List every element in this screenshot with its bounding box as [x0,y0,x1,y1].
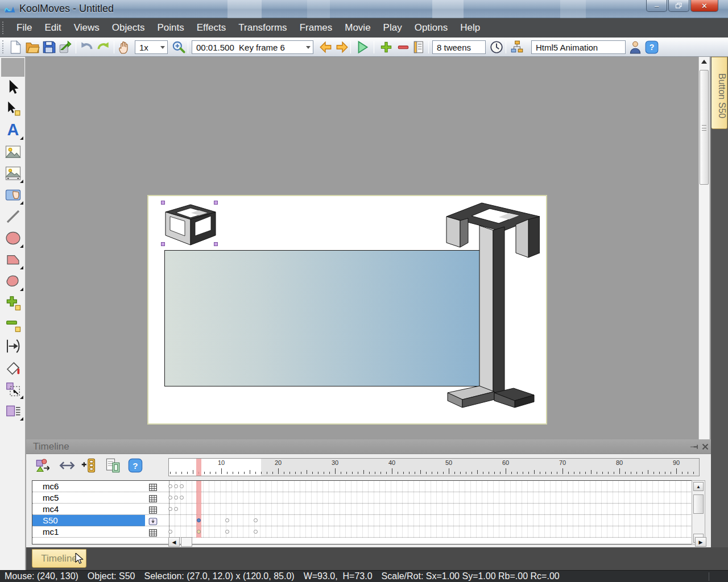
save-button[interactable] [42,40,56,55]
new-button[interactable] [8,40,23,55]
scroll-up-icon[interactable] [701,59,708,65]
frame-properties-button[interactable] [105,458,121,473]
ellipse-tool[interactable] [5,230,22,247]
keyframe-dot-mc4-2[interactable] [174,507,178,511]
image-tool[interactable] [5,143,22,160]
undo-button[interactable] [79,40,94,55]
close-button[interactable]: ✕ [690,0,718,12]
current-tool-swatch[interactable] [1,58,24,77]
canvas-area[interactable] [26,57,698,439]
playhead[interactable] [196,459,201,476]
movie-stage[interactable] [147,195,547,425]
export-button[interactable] [58,40,73,55]
menu-file[interactable]: File [10,22,38,34]
keyframe-dot-mc4-1[interactable] [168,507,172,511]
zoom-button[interactable] [171,40,186,55]
delete-frame-button[interactable] [396,40,411,55]
text-tool[interactable]: A [5,122,22,139]
bracket-3d-shape[interactable] [445,202,540,418]
timeline-hscrollbar-thumb[interactable] [181,537,192,547]
open-button[interactable] [25,40,40,55]
scroll-left-icon[interactable]: ◀ [168,537,180,547]
user-button[interactable] [628,40,643,55]
movie-image-tool[interactable] [5,165,22,182]
button-tool[interactable] [5,186,22,203]
actions-tree-button[interactable] [510,40,524,55]
timeline-help-button[interactable]: ? [127,458,143,473]
freeform-tool[interactable] [5,273,22,290]
keyframe-dot-mc1-16[interactable] [254,530,258,534]
scroll-right-icon[interactable]: ▶ [695,537,706,547]
selection-handle-top-right[interactable] [214,201,218,205]
timeline-close-icon[interactable] [701,442,710,451]
transform-tool[interactable] [5,381,22,398]
timeline-vertical-scrollbar[interactable]: ▲ ▼ [692,480,705,544]
remove-points-tool[interactable] [5,316,22,333]
menu-options[interactable]: Options [408,22,454,34]
cube-logo-shape[interactable] [164,204,217,246]
add-frame-button[interactable] [379,40,394,55]
keyframe-dot-mc5-3[interactable] [180,496,184,500]
timeline-row-label-S50[interactable]: S50 [32,515,145,526]
timeline-row-label-mc4[interactable]: mc4 [32,504,145,515]
maximize-button[interactable] [668,0,689,12]
keyframe-dot-mc1-11[interactable] [225,530,229,534]
reshape-tool[interactable] [5,338,22,355]
next-frame-button[interactable] [334,40,349,55]
stretch-frames-button[interactable] [59,458,75,473]
export-format-field[interactable]: Html5 Animation [531,40,626,54]
timeline-row-label-mc1[interactable]: mc1 [32,526,145,538]
canvas-scrollbar-thumb[interactable] [700,70,709,185]
pan-button[interactable] [117,40,132,55]
scroll-up-icon[interactable]: ▲ [693,482,704,491]
previous-frame-button[interactable] [318,40,333,55]
keyframe-dot-S50-6[interactable] [197,518,201,522]
keyframe-dot-S50-11[interactable] [225,518,229,522]
line-tool[interactable] [5,208,22,225]
keyframe-dot-mc1-6[interactable] [197,530,201,534]
selection-handle-bottom-right[interactable] [214,242,218,246]
add-points-tool[interactable] [5,294,22,311]
selection-handle-top-left[interactable] [161,201,165,205]
tweens-clock-button[interactable] [489,40,504,55]
menu-transforms[interactable]: Transforms [232,22,293,34]
pin-icon[interactable] [689,442,698,451]
frame-list-button[interactable] [412,40,427,55]
select-tool[interactable] [5,78,22,95]
shape-to-frame-button[interactable] [35,458,51,473]
play-button[interactable] [355,40,370,55]
minimize-button[interactable]: – [646,0,667,12]
help-button[interactable]: ? [644,40,659,55]
keyframe-dot-mc6-2[interactable] [174,484,178,488]
rectangle-tool[interactable] [5,251,22,268]
zoom-combo-arrow-icon[interactable] [159,41,167,53]
canvas-vertical-scrollbar[interactable] [698,57,710,439]
insert-frames-button[interactable] [81,458,97,473]
menu-help[interactable]: Help [454,22,486,34]
playhead-rows[interactable] [196,481,201,538]
tweens-field[interactable]: 8 tweens [432,40,486,54]
keyframe-dot-mc1-1[interactable] [168,530,172,534]
fill-tool[interactable] [5,359,22,376]
keyframe-dot-mc5-2[interactable] [174,496,178,500]
timeline-row-label-mc6[interactable]: mc6 [32,481,145,492]
menu-movie[interactable]: Movie [338,22,377,34]
keyframe-dot-mc6-1[interactable] [168,484,172,488]
menu-views[interactable]: Views [68,22,106,34]
stack-order-tool[interactable] [5,402,22,419]
gradient-rectangle[interactable] [164,250,482,386]
keyframe-dot-mc6-3[interactable] [180,484,184,488]
keyframe-dot-S50-16[interactable] [254,518,258,522]
point-select-tool[interactable] [5,100,22,117]
keyframe-dot-mc5-1[interactable] [168,496,172,500]
menu-effects[interactable]: Effects [191,22,233,34]
menu-frames[interactable]: Frames [293,22,339,34]
timeline-ruler[interactable]: 102030405060708090 [168,458,700,476]
menu-objects[interactable]: Objects [106,22,151,34]
keyframe-combo[interactable]: 00:01.500 Key frame 6 [192,40,313,54]
timeline-scrollbar-thumb[interactable] [693,494,704,514]
menu-play[interactable]: Play [377,22,408,34]
keyframe-combo-arrow-icon[interactable] [304,41,312,53]
menu-edit[interactable]: Edit [38,22,67,34]
button-s50-panel-tab[interactable]: Button S50 [712,57,727,129]
